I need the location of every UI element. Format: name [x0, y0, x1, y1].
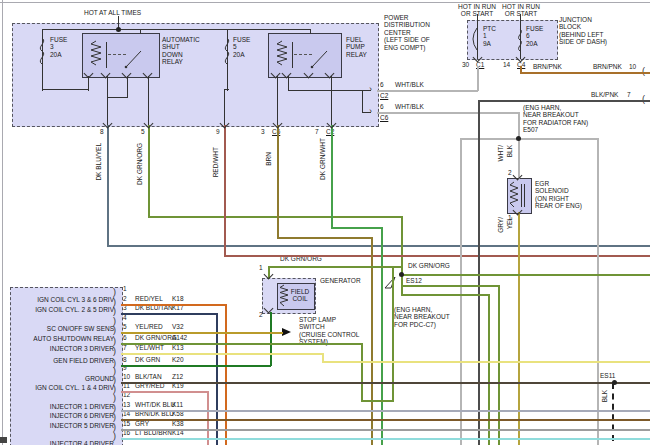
asd-switch-icon	[124, 46, 144, 70]
asd-coil-icon	[90, 41, 102, 69]
pcm-pin-number: 13	[123, 401, 130, 408]
field-coil-label: FIELD COIL	[288, 288, 312, 303]
asd-coil-core	[106, 42, 107, 68]
pcm-wire-color-label: DK GRN	[135, 356, 160, 363]
pcm-pin-connector-icon: )	[113, 394, 116, 403]
pcm-pin-number: 4	[123, 314, 127, 321]
pcm-wire-color-label: WHT/DK BLU	[135, 401, 175, 408]
wire-segment-dark	[42, 89, 89, 90]
pdc-out2-pin: 6	[380, 103, 384, 110]
fuse5-label: FUSE 5 20A	[233, 36, 250, 58]
wire-segment-dk_grn_org	[498, 285, 500, 445]
wire-segment-dk_grn_org	[148, 216, 403, 218]
es11-ground-wire	[612, 383, 614, 441]
frame-top-border	[0, 2, 650, 3]
pcm-circuit-label: SC ON/OFF SW SENS	[14, 325, 114, 332]
wire-segment-dark	[227, 29, 228, 91]
pdc-out2-conn: C6	[380, 114, 388, 121]
wire-segment-gry_red	[207, 391, 209, 445]
pcm-pin-number: 6	[123, 334, 127, 341]
wire-segment-dark	[310, 29, 311, 34]
wire-segment-red_yel	[225, 304, 227, 445]
pin7-right-label: 7	[627, 91, 631, 98]
wire-segment-brn	[371, 237, 373, 445]
es11-wire-label: BLK	[601, 390, 608, 402]
wire-segment-dark	[362, 112, 371, 113]
pin9-label: 9	[216, 128, 220, 135]
wire-segment-dk_grn_wht	[331, 125, 333, 228]
wire-segment-red_wht	[224, 255, 650, 257]
wire-segment-dark	[288, 90, 363, 91]
es12-wire-label: DK GRN/ORG	[408, 262, 450, 269]
wire-segment-dark	[107, 97, 128, 98]
wire-segment-brn	[277, 125, 279, 238]
wire-segment-red_wht	[224, 125, 226, 256]
ptc-label: PTC 1 9A	[483, 25, 496, 47]
trunk-dk-grn-org-label: DK GRN/ORG	[136, 143, 143, 185]
wire-segment-dk_grn_org	[148, 125, 150, 217]
hot-at-all-times-label: HOT AT ALL TIMES	[84, 9, 141, 16]
pin3-label: 3	[261, 128, 265, 135]
egr-out-wire-label-b: YEL	[506, 217, 513, 229]
wire-segment-wht_blk	[597, 138, 599, 445]
wire-segment-red_yel	[121, 304, 226, 306]
pcm-wire-color-label: BLK/TAN	[135, 373, 162, 380]
pin8-label: 8	[100, 128, 104, 135]
splice-dot	[399, 272, 404, 277]
wire-segment-wht_blk	[460, 138, 599, 140]
pcm-pin-number: 8	[123, 356, 127, 363]
es12-note: (ENG HARN, NEAR BREAKOUT FOR PDC-C7)	[394, 306, 450, 328]
wire-segment-dark	[362, 90, 363, 113]
asd-relay-label: AUTOMATIC SHUT DOWN RELAY	[162, 36, 200, 66]
pin10-label: 10	[629, 63, 636, 70]
egr-core-bar-2	[524, 184, 525, 207]
wire-segment-dark	[127, 76, 128, 98]
hot-in-run-2: HOT IN RUN OR START	[496, 3, 546, 18]
pcm-wire-color-label: YEL/WHT	[135, 344, 164, 351]
pcm-circuit-code: V32	[172, 323, 184, 330]
pdc-out1-pin: 6	[380, 81, 384, 88]
wire-segment-gry	[121, 429, 650, 431]
egr-pin2-label: 2	[508, 169, 512, 176]
pcm-circuit-label: INJECTOR 4 DRIVER	[14, 440, 114, 445]
pcm-wire-color-label: DK GRN/ORG	[135, 334, 177, 341]
egr-core-bar-1	[521, 184, 522, 207]
pcm-wire-color-label: YEL/RED	[135, 323, 163, 330]
wire-segment-dark	[520, 14, 521, 21]
trunk-dk-blu-yel-label: DK BLU/YEL	[95, 143, 102, 181]
wire-segment-dk_blu_tan	[121, 313, 217, 315]
wire-segment-wht_dk_blu	[121, 410, 650, 412]
wire-segment-wht_blk	[377, 90, 478, 92]
wire-segment-wht_blk	[377, 112, 520, 114]
fuel-coil-core	[292, 42, 293, 68]
pdc-label: POWER DISTRIBUTION CENTER (LEFT SIDE OF …	[384, 14, 430, 51]
generator-pin2-label: 2	[259, 311, 263, 318]
pcm-circuit-label: INJECTOR 1 DRIVER	[14, 403, 114, 410]
trunk-brn-label: BRN	[265, 152, 272, 166]
egr-feed-wire-label-b: BLK	[506, 145, 513, 157]
generator-pin1-label: 1	[259, 264, 263, 271]
fuse3-label: FUSE 3 20A	[50, 36, 67, 58]
e507-note: (ENG HARN, NEAR BREAKOUT FOR RADIATOR FA…	[523, 104, 588, 134]
wire-segment-brn_dk_blu	[121, 419, 650, 421]
wire-segment-dk_grn	[270, 312, 272, 366]
pcm-circuit-code: K20	[172, 356, 184, 363]
es11-name: ES11	[600, 372, 615, 379]
pcm-circuit-label: INJECTOR 3 DRIVER	[14, 345, 114, 352]
splice-dot	[516, 136, 521, 141]
wire-segment-brn	[277, 237, 373, 239]
egr-out-wire-label-a: GRY/	[497, 217, 504, 233]
pdc-out2-wire: WHT/BLK	[395, 103, 424, 110]
wire-segment-dk_grn_org	[268, 266, 402, 268]
wire-segment-dark	[362, 90, 371, 91]
pcm-circuit-label: INJECTOR 6 DRIVER	[14, 412, 114, 419]
wire-segment-dk_grn	[121, 365, 271, 367]
pcm-circuit-code: K38	[172, 420, 184, 427]
pcm-wire-color-label: RED/YEL	[135, 295, 163, 302]
pin30-label: 30	[462, 61, 469, 68]
wire-segment-dk_grn_wht	[331, 227, 383, 229]
fuel-coil-icon	[276, 41, 288, 69]
wiring-diagram-canvas: HOT AT ALL TIMES AUTOMATIC SHUT DOWN REL…	[0, 0, 650, 445]
junction-block-box	[467, 20, 558, 60]
trunk-red-wht-label: RED/WHT	[212, 147, 219, 177]
